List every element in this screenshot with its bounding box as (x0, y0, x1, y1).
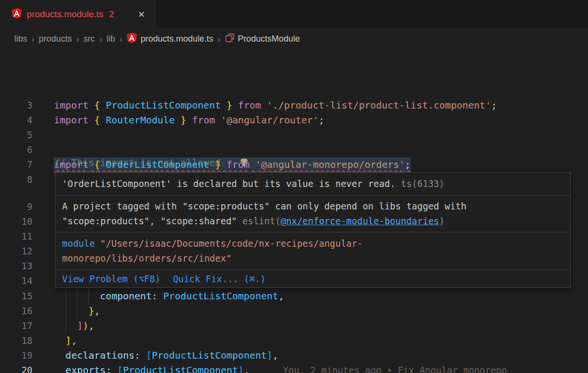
code-token (261, 99, 267, 111)
code-token: [ (146, 350, 152, 361)
breadcrumb-item-src[interactable]: src (84, 34, 95, 44)
line-number[interactable]: 8 (0, 172, 32, 187)
code-line-content[interactable]: }, (54, 304, 100, 318)
code-line[interactable]: 3import { ProductListComponent } from '.… (0, 98, 588, 113)
code-token: '@angular/router' (221, 114, 319, 126)
code-line[interactable]: 20 exports: [ProductListComponent],You, … (0, 363, 588, 373)
code-token (221, 159, 226, 170)
tab-close-button[interactable]: × (135, 9, 148, 20)
code-token: , (278, 290, 284, 302)
code-line[interactable]: 17 ]), (0, 318, 588, 333)
code-token: { (94, 114, 100, 126)
code-line[interactable]: 18 ], (0, 333, 588, 348)
eslint-rule-link[interactable]: @nx/enforce-module-boundaries (281, 216, 439, 226)
line-number[interactable]: 7 (0, 157, 32, 172)
code-line-content[interactable]: import { OrderListComponent } from '@ang… (54, 157, 411, 172)
tab-products-module[interactable]: products.module.ts 2 × (0, 0, 156, 29)
breadcrumb-item-products[interactable]: products (39, 34, 72, 44)
code-token: { (94, 99, 100, 111)
code-editor[interactable]: 3import { ProductListComponent } from '.… (0, 49, 588, 373)
code-token (54, 364, 65, 373)
angular-file-icon (11, 8, 22, 21)
line-number[interactable]: 15 (0, 289, 32, 304)
breadcrumb-separator: › (119, 34, 122, 44)
code-token: ProductListComponent (152, 350, 267, 361)
git-blame-annotation: You, 2 minutes ago • Fix Angular monorep… (283, 365, 507, 373)
breadcrumb-separator: › (76, 34, 79, 44)
code-token: : (152, 290, 163, 302)
line-number[interactable]: 11 (0, 229, 32, 244)
line-number[interactable]: 3 (0, 98, 32, 113)
code-token: import (54, 114, 88, 126)
code-token: from (238, 99, 261, 111)
view-problem-button[interactable]: View Problem (⌥F8) (62, 274, 160, 284)
code-line[interactable]: 6// This import is not allowed (0, 143, 588, 157)
code-line-content[interactable]: component: ProductListComponent, (54, 289, 284, 304)
code-line-content[interactable]: exports: [ProductListComponent],You, 2 m… (54, 363, 507, 373)
code-token: ProductListComponent (123, 364, 238, 373)
module-keyword: module (62, 238, 95, 249)
code-token (175, 114, 181, 126)
code-line-content[interactable]: import { RouterModule } from '@angular/r… (54, 113, 324, 128)
line-number[interactable]: 16 (0, 304, 32, 318)
line-number[interactable]: 12 (0, 244, 32, 259)
symbol-class-icon (225, 33, 235, 45)
code-token: component (100, 290, 151, 302)
code-token: } (181, 114, 186, 126)
code-line[interactable]: 5 (0, 128, 588, 143)
code-line-content[interactable]: ], (54, 333, 77, 348)
breadcrumb-item-symbol[interactable]: ProductsModule (225, 33, 300, 45)
code-token (88, 159, 94, 170)
code-token (54, 320, 77, 331)
code-token: , (94, 305, 100, 317)
breadcrumb-separator: › (217, 34, 220, 44)
breadcrumb: libs › products › src › lib › products.m… (0, 29, 588, 49)
breadcrumb-item-file[interactable]: products.module.ts (127, 33, 213, 45)
code-token (186, 114, 192, 126)
breadcrumb-item-libs[interactable]: libs (14, 34, 27, 44)
code-token: : (106, 364, 117, 373)
code-token: : (135, 350, 146, 361)
code-token: } (88, 305, 94, 317)
line-number[interactable]: 4 (0, 113, 32, 128)
line-number[interactable]: 20 (0, 363, 32, 373)
line-number[interactable]: 19 (0, 348, 32, 363)
module-info-row: module "/Users/isaac/Documents/code/nx-r… (55, 232, 570, 270)
line-number[interactable]: 6 (0, 143, 32, 157)
diagnostic-ts-message: 'OrderListComponent' is declared but its… (62, 178, 396, 189)
code-line[interactable]: 7import { OrderListComponent } from '@an… (0, 157, 588, 172)
line-number[interactable]: 9 (0, 199, 32, 214)
code-token: OrderListComponent (106, 159, 209, 170)
code-line[interactable]: 15 component: ProductListComponent, (0, 289, 588, 304)
line-number[interactable]: 18 (0, 333, 32, 348)
code-token: ] (267, 350, 273, 361)
tab-title: products.module.ts (27, 9, 104, 20)
code-line-content[interactable]: import { ProductListComponent } from './… (54, 98, 497, 113)
code-line[interactable]: 16 }, (0, 304, 588, 318)
symbol-class-icon (225, 33, 235, 43)
code-token (215, 114, 221, 126)
code-token: import (54, 99, 88, 111)
code-line-content[interactable]: ]), (54, 318, 94, 333)
code-token: './product-list/product-list.component' (267, 99, 492, 111)
breadcrumb-item-lib[interactable]: lib (107, 34, 115, 44)
diagnostic-eslint-message-line1: A project tagged with "scope:products" c… (62, 199, 564, 214)
line-number[interactable]: 13 (0, 259, 32, 274)
line-number[interactable]: 5 (0, 128, 32, 143)
diagnostic-eslint-source-prefix: eslint( (243, 216, 281, 226)
line-number[interactable]: 14 (0, 274, 32, 288)
popup-actions-bar: View Problem (⌥F8) Quick Fix... (⌘.) (55, 270, 570, 287)
quick-fix-button[interactable]: Quick Fix... (⌘.) (173, 274, 266, 284)
module-path-line2: monorepo/libs/orders/src/index" (62, 253, 232, 263)
code-line-content[interactable]: declarations: [ProductListComponent], (54, 348, 278, 363)
vscode-window: { "tab": { "title": "products.module.ts"… (0, 0, 588, 373)
diagnostic-eslint-source-suffix: ) (439, 216, 444, 226)
code-token (54, 335, 65, 346)
breadcrumb-separator: › (32, 34, 34, 44)
code-line[interactable]: 19 declarations: [ProductListComponent], (0, 348, 588, 363)
line-number[interactable]: 17 (0, 318, 32, 333)
line-number[interactable]: 10 (0, 214, 32, 229)
code-token (232, 99, 238, 111)
code-token: ; (491, 99, 497, 111)
code-line[interactable]: 4import { RouterModule } from '@angular/… (0, 113, 588, 128)
